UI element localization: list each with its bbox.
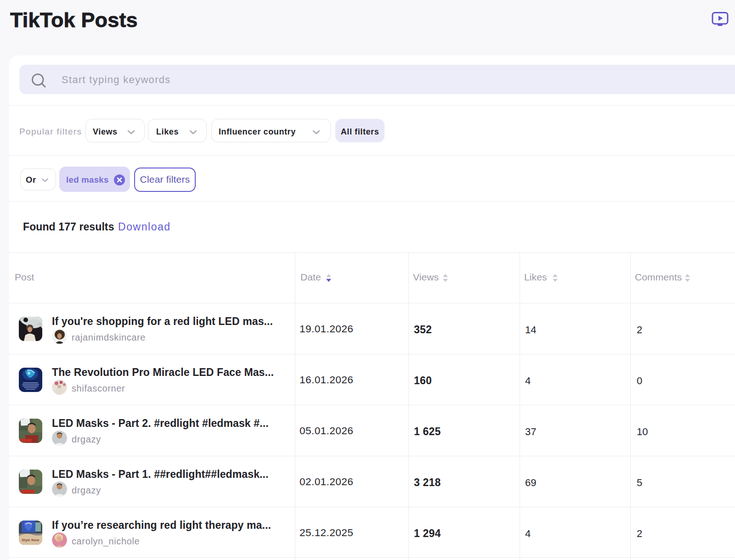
svg-text:Style Now: Style Now: [22, 538, 40, 542]
